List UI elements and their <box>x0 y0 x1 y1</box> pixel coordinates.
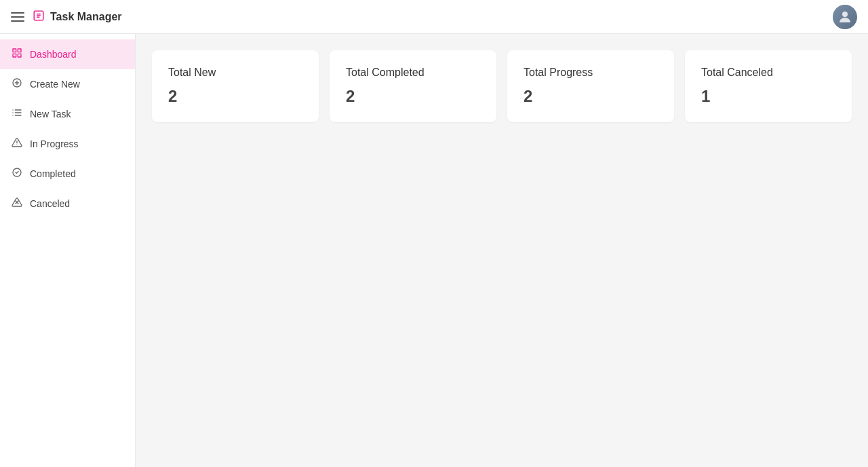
stat-total-new-value: 2 <box>168 87 302 106</box>
menu-toggle-button[interactable] <box>11 10 24 24</box>
create-new-icon <box>11 77 23 91</box>
stat-total-completed-title: Total Completed <box>346 67 480 79</box>
sidebar-in-progress-label: In Progress <box>30 138 79 149</box>
header-left: Task Manager <box>11 10 122 24</box>
stat-total-new-title: Total New <box>168 67 302 79</box>
sidebar-new-task-label: New Task <box>30 109 71 119</box>
app-brand: Task Manager <box>33 10 122 24</box>
stat-total-completed-value: 2 <box>346 87 480 106</box>
completed-icon <box>11 167 23 181</box>
stat-total-canceled-title: Total Canceled <box>701 67 835 79</box>
svg-rect-5 <box>13 49 16 52</box>
svg-rect-6 <box>18 49 21 52</box>
main-content: Total New 2 Total Completed 2 Total Prog… <box>136 34 868 467</box>
stat-card-total-progress: Total Progress 2 <box>507 50 674 122</box>
new-task-icon <box>11 107 23 121</box>
sidebar: Dashboard Create New <box>0 34 136 467</box>
sidebar-completed-label: Completed <box>30 168 76 179</box>
avatar-image <box>833 5 857 29</box>
sidebar-item-dashboard[interactable]: Dashboard <box>0 39 135 69</box>
stat-total-progress-value: 2 <box>524 87 658 106</box>
sidebar-item-completed[interactable]: Completed <box>0 159 135 189</box>
stat-card-total-completed: Total Completed 2 <box>330 50 496 122</box>
app-title: Task Manager <box>50 11 122 23</box>
stat-card-total-new: Total New 2 <box>152 50 319 122</box>
app-icon <box>33 10 45 24</box>
sidebar-item-create-new[interactable]: Create New <box>0 69 135 99</box>
sidebar-dashboard-label: Dashboard <box>30 49 77 60</box>
sidebar-create-new-label: Create New <box>30 79 80 90</box>
svg-point-4 <box>842 12 848 17</box>
stat-card-total-canceled: Total Canceled 1 <box>685 50 852 122</box>
canceled-icon <box>11 197 23 210</box>
user-avatar[interactable] <box>833 5 857 29</box>
sidebar-item-canceled[interactable]: Canceled <box>0 189 135 219</box>
svg-rect-7 <box>13 54 16 57</box>
in-progress-icon <box>11 137 23 151</box>
sidebar-item-in-progress[interactable]: In Progress <box>0 129 135 159</box>
app-header: Task Manager <box>0 0 868 34</box>
sidebar-canceled-label: Canceled <box>30 198 70 209</box>
svg-rect-8 <box>18 54 21 57</box>
sidebar-item-new-task[interactable]: New Task <box>0 99 135 129</box>
stats-row: Total New 2 Total Completed 2 Total Prog… <box>152 50 852 122</box>
dashboard-icon <box>11 48 23 61</box>
stat-total-canceled-value: 1 <box>701 87 835 106</box>
main-layout: Dashboard Create New <box>0 34 868 467</box>
stat-total-progress-title: Total Progress <box>524 67 658 79</box>
